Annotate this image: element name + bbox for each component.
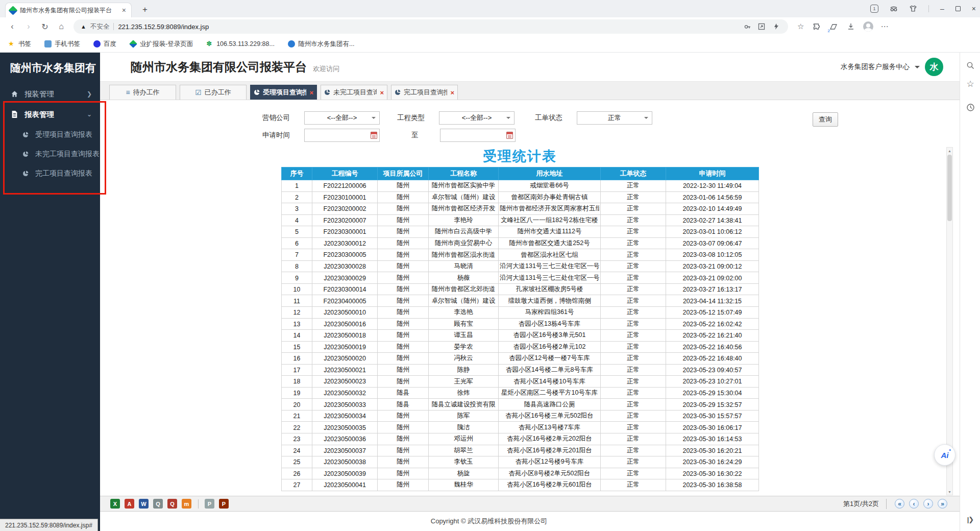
table-row[interactable]: 7F20230300005随州随州市曾都区涢水街道曾都区涢水社区七组正常2023… [282, 249, 759, 261]
table-row[interactable]: 3F20230200002随州随州市曾都区经济开发随州市曾都经济开发区周家寨村五… [282, 203, 759, 215]
query-button[interactable]: 查询 [813, 112, 838, 127]
date-to-input[interactable] [440, 129, 516, 142]
pdf-export-icon[interactable]: A [125, 499, 134, 509]
tab-close-icon[interactable]: × [121, 6, 127, 14]
incognito-icon[interactable] [890, 5, 898, 13]
scroll-up-icon[interactable]: ▲ [947, 148, 952, 154]
history-icon[interactable] [960, 100, 980, 115]
table-row[interactable]: 9J20230300029随州杨薇沿河大道131号三七三处住宅区一号正常2023… [282, 272, 759, 284]
expand-panel-icon[interactable]: |❯ [960, 512, 980, 527]
work-tab[interactable]: 未完工项目查询报表× [321, 85, 387, 100]
print-preview-icon[interactable]: Q [167, 499, 177, 509]
table-row[interactable]: 26J20230500039随州杨旋杏苑小区8号楼2单元502阳台正常2023-… [282, 468, 759, 479]
table-row[interactable]: 18J20230500023随州王光军杏苑小区14号楼10号车库正常2023-0… [282, 376, 759, 388]
print-icon[interactable]: P [205, 499, 214, 509]
browser-menu-icon[interactable]: ⋯ [880, 22, 889, 31]
prev-page-button[interactable]: ‹ [909, 499, 919, 509]
theme-skin-icon[interactable] [909, 5, 917, 13]
profile-avatar-icon[interactable] [863, 21, 873, 32]
search-icon[interactable] [960, 58, 980, 73]
table-row[interactable]: 4F20230200007随州李艳玲文峰社区八一一组182号2栋住宅楼正常202… [282, 214, 759, 226]
new-tab-button[interactable]: + [139, 4, 151, 16]
tab-close-icon[interactable]: × [309, 89, 313, 96]
home-button[interactable]: ⌂ [54, 19, 68, 34]
tab-close-icon[interactable]: × [380, 89, 384, 96]
next-page-button[interactable]: › [923, 499, 933, 509]
table-row[interactable]: 24J20230500037随州胡翠兰杏苑小区16号楼2单元201阳台正常202… [282, 445, 759, 456]
table-row[interactable]: 12J20230500010随州李选艳马家榨四组361号正常2023-05-12… [282, 307, 759, 319]
last-page-button[interactable]: » [938, 499, 947, 509]
table-row[interactable]: 27J20230500041随州魏桂华杏苑小区16号楼2单元601阳台正常202… [282, 479, 759, 491]
table-row[interactable]: 25J20230500038随州李钦玉杏苑小区12号楼9号车库正常2023-05… [282, 456, 759, 468]
table-row[interactable]: 15J20230500019随州晏学农杏园小区16号楼2单元102正常2023-… [282, 341, 759, 353]
table-row[interactable]: 6J20230300012随州随州市商业贸易中心随州市曾都区交通大道252号正常… [282, 237, 759, 249]
extensions-icon[interactable] [811, 21, 821, 32]
word-export-icon[interactable]: W [139, 499, 149, 509]
table-row[interactable]: 1F20221200006随州随州市曾都区实验中学戒烟堂巷66号正常2022-1… [282, 180, 759, 192]
minimize-button[interactable]: – [940, 5, 944, 12]
bookmark-item[interactable]: 106.53.113.229:88... [206, 40, 275, 47]
favorites-icon[interactable]: ☆ [960, 76, 980, 91]
work-tab[interactable]: ≡待办工作 [109, 85, 176, 100]
table-row[interactable]: 21J20230500034随州陈军杏苑小区16号楼三单元502阳台正常2023… [282, 410, 759, 422]
work-tab[interactable]: 受理项目查询报表× [250, 85, 317, 100]
flash-mode-icon[interactable] [771, 21, 781, 32]
user-menu[interactable]: 水务集团客户服务中心 [841, 62, 910, 71]
work-tab[interactable]: ☑已办工作 [180, 85, 247, 100]
reload-button[interactable]: ↻ [38, 19, 52, 34]
calendar-icon[interactable] [506, 132, 513, 139]
bookmark-item[interactable]: 业扩报装-登录页面 [130, 40, 193, 49]
scroll-down-icon[interactable]: ▼ [947, 489, 952, 495]
address-bar[interactable]: ▲ 不安全 221.235.152.59:8089/index.jsp [74, 19, 788, 34]
table-row[interactable]: 5F20230300001随州随州市白云高级中学随州市交通大道1112号正常20… [282, 226, 759, 238]
frame-capture-icon[interactable] [756, 21, 767, 32]
table-row[interactable]: 20J20230500033随县随县立诚建设投资有限随县高速路口公厕正常2023… [282, 399, 759, 411]
bookmark-item[interactable]: 随州市水务集团有... [288, 40, 354, 49]
table-row[interactable]: 2F20230100001随州卓尔智城（随州）建设曾都区南郊办事处青铜古镇正常2… [282, 191, 759, 203]
maximize-button[interactable] [955, 6, 961, 11]
table-row[interactable]: 19J20230500032随县徐炜星炬小区南区二号楼平方10号车库正常2023… [282, 387, 759, 399]
sidebar-subitem[interactable]: 完工项目查询报表 [0, 164, 100, 183]
table-row[interactable]: 8J20230300028随州马晓清沿河大道131号三七三处住宅区一号正常202… [282, 260, 759, 272]
company-select[interactable]: <--全部--> [304, 111, 380, 125]
key-icon[interactable] [742, 21, 752, 32]
table-row[interactable]: 17J20230500021随州陈静杏园小区14号楼二单元8号车库正常2023-… [282, 364, 759, 376]
order-status-select[interactable]: 正常 [577, 111, 652, 125]
browser-tab[interactable]: 随州市水务集团有限公司报装平台 × [5, 3, 132, 17]
table-row[interactable]: 13J20230500016随州顾有宝杏园小区13栋4号车库正常2023-05-… [282, 318, 759, 330]
table-row[interactable]: 11F20230400005随州卓尔智城（随州）建设擂鼓墩大道西侧，博物馆南侧正… [282, 295, 759, 307]
table-row[interactable]: 22J20230500035随州隗洁杏苑小区13号楼7车库正常2023-05-3… [282, 422, 759, 433]
ai-assistant-button[interactable]: Ai ✦ [934, 444, 955, 466]
table-scrollbar[interactable]: ▲ ▼ [946, 147, 953, 495]
scrollbar-thumb[interactable] [947, 155, 952, 221]
excel-export-icon[interactable]: X [110, 499, 120, 509]
print-pdf-icon[interactable]: P [219, 499, 229, 509]
sidebar-subitem[interactable]: 受理项目查询报表 [0, 125, 100, 144]
send-to-device-icon[interactable]: 2 [828, 21, 839, 32]
bookmark-item[interactable]: 百度 [93, 40, 116, 49]
table-row[interactable]: 14J20230500018随州谭玉昌杏园小区16号楼3单元501正常2023-… [282, 330, 759, 342]
close-button[interactable]: × [972, 5, 976, 12]
work-tab[interactable]: 完工项目查询报表× [391, 85, 458, 100]
back-button[interactable]: ‹ [5, 19, 19, 34]
table-row[interactable]: 16J20230500020随州冯秋云杏园小区12号楼一楼7号车库正常2023-… [282, 353, 759, 365]
sidebar-item-baobiao[interactable]: 报表管理 ⌄ [0, 105, 100, 124]
bookmark-item[interactable]: 书签 [8, 40, 31, 49]
downloads-icon[interactable] [846, 21, 856, 32]
forward-button[interactable]: › [21, 19, 36, 34]
table-row[interactable]: 23J20230500036随州邓运州杏苑小区16号楼2单元202阳台正常202… [282, 433, 759, 445]
user-avatar[interactable]: 水 [925, 58, 943, 76]
zoom-preview-icon[interactable]: Q [153, 499, 163, 509]
project-type-select[interactable]: <--全部--> [439, 111, 514, 125]
calendar-icon[interactable] [371, 132, 377, 139]
mht-export-icon[interactable]: m [182, 499, 191, 509]
tab-close-icon[interactable]: × [450, 89, 454, 96]
date-from-input[interactable] [304, 129, 380, 142]
bookmark-star-icon[interactable]: ☆ [797, 22, 804, 31]
table-row[interactable]: 10F20230300014随州随州市曾都区北郊街道孔家坡社区棚改房5号楼正常2… [282, 283, 759, 295]
sidebar-item-baozhuang[interactable]: 报装管理 ❯ [0, 84, 100, 104]
sidebar-subitem[interactable]: 未完工项目查询报表 [0, 144, 100, 164]
tab-count-icon[interactable]: 1 [870, 5, 878, 13]
bookmark-item[interactable]: 手机书签 [44, 40, 80, 49]
first-page-button[interactable]: « [895, 499, 904, 509]
